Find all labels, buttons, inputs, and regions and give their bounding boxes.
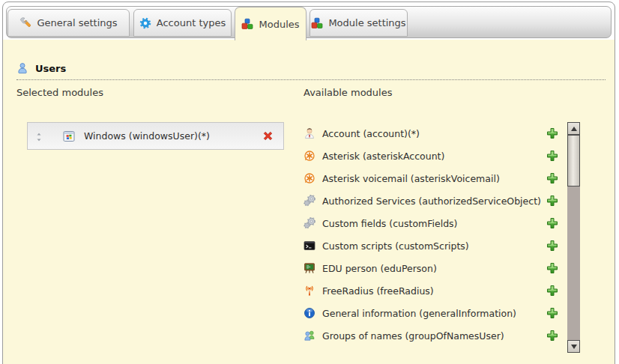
windows-icon (63, 130, 75, 142)
up-arrow-icon (571, 127, 577, 131)
tab-account-types[interactable]: Account types (133, 9, 232, 37)
available-module-row: Account (account)(*) (304, 122, 558, 145)
tab-label: Module settings (328, 17, 405, 28)
wrench-icon (19, 17, 31, 29)
asterisk-icon (304, 172, 315, 184)
scrollbar-thumb[interactable] (567, 135, 580, 186)
available-module-row: Groups of names (groupOfNamesUser) (304, 324, 558, 347)
available-module-label: Custom scripts (customScripts) (322, 240, 469, 252)
add-module-button[interactable] (546, 172, 558, 184)
green-plus-icon (546, 330, 558, 342)
add-module-button[interactable] (546, 262, 558, 274)
add-module-button[interactable] (546, 217, 558, 229)
gears-icon (304, 217, 315, 229)
chalkboard-icon (304, 262, 315, 274)
green-plus-icon (546, 217, 558, 229)
add-module-button[interactable] (546, 330, 558, 342)
gear-icon (139, 17, 151, 29)
selected-module-row[interactable]: Windows (windowsUser)(*) (27, 122, 284, 150)
selected-module-label: Windows (windowsUser)(*) (84, 130, 210, 142)
red-x-icon (262, 130, 274, 142)
green-plus-icon (546, 307, 558, 319)
scrollbar-down-button[interactable] (567, 340, 580, 353)
available-module-label: Asterisk (asteriskAccount) (322, 151, 444, 162)
green-plus-icon (546, 127, 558, 139)
available-module-label: Custom fields (customFields) (322, 218, 457, 229)
info-icon (304, 307, 315, 319)
green-plus-icon (546, 195, 558, 207)
group-icon (304, 330, 315, 342)
available-module-row: Asterisk voicemail (asteriskVoicemail) (304, 167, 558, 189)
asterisk-icon (304, 150, 315, 162)
down-arrow-icon (571, 345, 577, 349)
remove-module-button[interactable] (262, 130, 274, 142)
green-plus-icon (546, 240, 558, 252)
available-modules-label: Available modules (304, 87, 392, 98)
available-module-label: General information (generalInformation) (322, 308, 516, 319)
modules-icon (311, 17, 323, 29)
section-title: Users (35, 63, 66, 74)
add-module-button[interactable] (546, 195, 558, 207)
green-plus-icon (546, 262, 558, 274)
antenna-icon (304, 285, 315, 297)
available-module-row: Authorized Services (authorizedServiceOb… (304, 189, 558, 212)
selected-modules-label: Selected modules (16, 87, 103, 98)
tab-module-settings[interactable]: Module settings (310, 9, 408, 37)
available-module-row: FreeRadius (freeRadius) (304, 279, 558, 302)
available-module-label: Asterisk voicemail (asteriskVoicemail) (322, 173, 500, 184)
available-module-row: General information (generalInformation) (304, 302, 558, 324)
available-module-row: Asterisk (asteriskAccount) (304, 145, 558, 167)
tab-label: General settings (37, 17, 117, 28)
settings-window: General settings Account types Modules M… (2, 1, 615, 364)
green-plus-icon (546, 172, 558, 184)
available-module-label: FreeRadius (freeRadius) (322, 285, 434, 297)
available-module-label: EDU person (eduPerson) (322, 263, 437, 274)
available-module-row: EDU person (eduPerson) (304, 257, 558, 279)
available-module-row: Custom scripts (customScripts) (304, 234, 558, 257)
green-plus-icon (546, 150, 558, 162)
gears-icon (304, 195, 315, 207)
terminal-icon (304, 240, 315, 252)
available-modules-scrollbar[interactable] (567, 122, 580, 353)
available-module-label: Groups of names (groupOfNamesUser) (322, 330, 504, 342)
drag-handle-icon[interactable] (34, 131, 43, 141)
users-section-heading: Users (16, 62, 606, 80)
available-modules-list: Account (account)(*) Asterisk (asteriskA… (304, 122, 558, 347)
user-icon (16, 62, 28, 74)
scrollbar-up-button[interactable] (567, 122, 580, 135)
add-module-button[interactable] (546, 285, 558, 297)
modules-icon (241, 18, 253, 30)
green-plus-icon (546, 285, 558, 297)
modules-tab-panel: Users Selected modules Available modules (3, 40, 615, 364)
add-module-button[interactable] (546, 307, 558, 319)
tab-label: Modules (259, 19, 299, 30)
available-module-label: Account (account)(*) (322, 128, 420, 139)
add-module-button[interactable] (546, 150, 558, 162)
tab-general-settings[interactable]: General settings (7, 9, 130, 37)
available-module-label: Authorized Services (authorizedServiceOb… (322, 195, 541, 207)
available-module-row: Custom fields (customFields) (304, 212, 558, 234)
tab-modules[interactable]: Modules (235, 7, 307, 40)
add-module-button[interactable] (546, 240, 558, 252)
add-module-button[interactable] (546, 127, 558, 139)
tab-label: Account types (157, 17, 226, 28)
account-person-icon (304, 127, 315, 139)
